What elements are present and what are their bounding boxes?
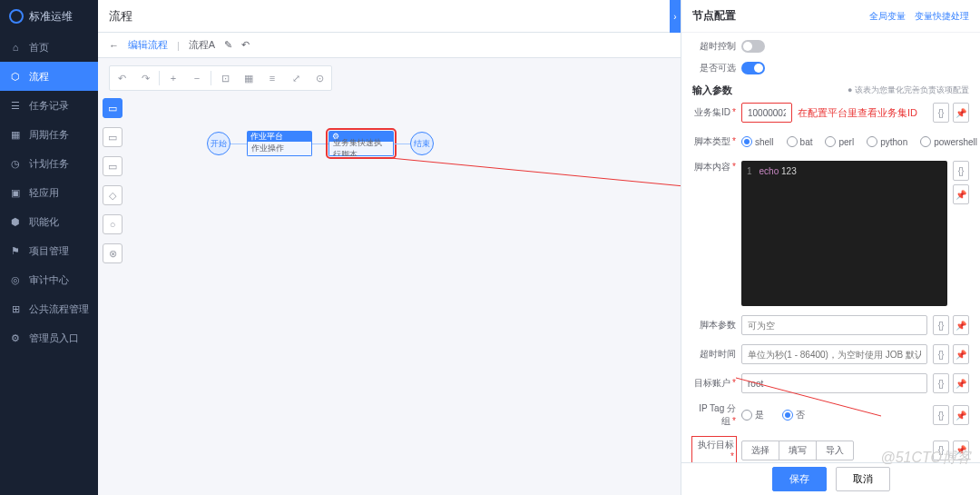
nav-audit[interactable]: ◎审计中心 xyxy=(0,265,98,294)
pin-icon[interactable]: 📌 xyxy=(953,373,969,393)
flow-name: 流程A xyxy=(189,38,215,52)
scripttype-label: 脚本类型 xyxy=(692,135,736,148)
nav-list[interactable]: ☰任务记录 xyxy=(0,91,98,120)
radio-是[interactable]: 是 xyxy=(741,409,764,421)
nav-cal[interactable]: ▦周期任务 xyxy=(0,120,98,149)
panel-title: 节点配置 xyxy=(692,8,736,24)
pin-icon[interactable]: 📌 xyxy=(953,405,969,425)
var-icon[interactable]: {} xyxy=(953,161,969,181)
nav-home[interactable]: ⌂首页 xyxy=(0,33,98,62)
nav-flow[interactable]: ⬡流程 xyxy=(0,62,98,91)
tb-redo-icon[interactable]: ↷ xyxy=(133,66,157,90)
flow-node-2[interactable]: ⚙ 业务集快速执行脚本 xyxy=(328,131,394,156)
app-name: 标准运维 xyxy=(29,9,73,25)
var-icon[interactable]: {} xyxy=(933,373,949,393)
tb-align-icon[interactable]: ≡ xyxy=(260,66,284,90)
cancel-button[interactable]: 取消 xyxy=(836,467,890,491)
tb-more-icon[interactable]: ⊙ xyxy=(308,66,331,90)
optional-toggle[interactable] xyxy=(741,62,765,74)
global-vars-link[interactable]: 全局变量 xyxy=(869,10,906,23)
rail-task-icon[interactable]: ▭ xyxy=(103,98,122,118)
canvas-toolbar: ↶ ↷ + − ⊡ ▦ ≡ ⤢ ⊙ xyxy=(109,65,332,91)
list-icon: ☰ xyxy=(9,99,22,112)
clock-icon: ◷ xyxy=(9,157,22,170)
radio-bat[interactable]: bat xyxy=(787,136,813,147)
nav-admin[interactable]: ⚙管理员入口 xyxy=(0,323,98,352)
flow-node-1[interactable]: 作业平台 作业操作 xyxy=(247,131,312,156)
home-icon: ⌂ xyxy=(9,41,22,54)
radio-否[interactable]: 否 xyxy=(782,409,805,421)
end-node[interactable]: 结束 xyxy=(410,132,434,155)
tb-undo-icon[interactable]: ↶ xyxy=(110,66,133,90)
app-icon: ▣ xyxy=(9,186,22,199)
nav-app[interactable]: ▣轻应用 xyxy=(0,178,98,207)
input-section-title: 输入参数 xyxy=(692,84,732,97)
tb-fit-icon[interactable]: ⊡ xyxy=(213,66,237,90)
pin-icon[interactable]: 📌 xyxy=(953,315,969,335)
chart-icon: ⬢ xyxy=(9,215,22,228)
tb-zoomout-icon[interactable]: − xyxy=(185,66,209,90)
start-node[interactable]: 开始 xyxy=(207,132,230,155)
var-icon[interactable]: {} xyxy=(933,315,949,335)
timeout-label: 超时时间 xyxy=(692,348,736,361)
tb-zoomin-icon[interactable]: + xyxy=(162,66,185,90)
logo-icon xyxy=(9,9,24,24)
rail-par-icon[interactable]: ▭ xyxy=(103,156,122,176)
pin-icon[interactable]: 📌 xyxy=(953,184,969,204)
bizid-input[interactable] xyxy=(741,103,792,123)
tb-layout-icon[interactable]: ▦ xyxy=(237,66,260,90)
rail-branch-icon[interactable]: ◇ xyxy=(103,185,122,205)
pin-icon[interactable]: 📌 xyxy=(953,103,969,123)
rail-sub-icon[interactable]: ▭ xyxy=(103,127,122,147)
target-tab-1[interactable]: 填写 xyxy=(779,441,817,460)
radio-perl[interactable]: perl xyxy=(825,136,854,147)
radio-python[interactable]: python xyxy=(867,136,907,147)
panel-footer: 保存 取消 xyxy=(681,462,980,495)
timeout-label: 超时控制 xyxy=(692,40,736,53)
radio-powershell[interactable]: powershell xyxy=(920,136,977,147)
target-label: 执行目标 xyxy=(692,437,736,463)
breadcrumb-back[interactable]: 编辑流程 xyxy=(128,38,168,52)
rail-converge-icon[interactable]: ○ xyxy=(103,214,122,234)
quick-vars-link[interactable]: 变量快捷处理 xyxy=(915,10,969,23)
iptag-label: IP Tag 分组 xyxy=(692,402,736,428)
radio-shell[interactable]: shell xyxy=(741,136,774,147)
flow-graph: 开始 作业平台 作业操作 ⚙ 业务集快速执行脚本 结束 xyxy=(207,131,434,156)
account-input[interactable] xyxy=(741,373,927,393)
bizid-annotation: 在配置平台里查看业务集ID xyxy=(798,106,917,120)
pin-icon[interactable]: 📌 xyxy=(953,344,969,364)
node-rail: ▭ ▭ ▭ ◇ ○ ⊗ xyxy=(98,98,127,263)
pin-icon[interactable]: 📌 xyxy=(953,441,969,460)
nav-res[interactable]: ⊞公共流程管理 xyxy=(0,294,98,323)
timeout-input[interactable] xyxy=(741,344,927,364)
optional-label: 是否可选 xyxy=(692,62,736,74)
tb-full-icon[interactable]: ⤢ xyxy=(284,66,308,90)
sidebar: 标准运维 ⌂首页⬡流程☰任务记录▦周期任务◷计划任务▣轻应用⬢职能化⚑项目管理◎… xyxy=(0,0,98,495)
app-logo: 标准运维 xyxy=(0,0,98,33)
scriptcontent-label: 脚本内容 xyxy=(692,161,736,173)
back-icon[interactable]: ← xyxy=(109,40,119,51)
config-panel: 节点配置 全局变量 变量快捷处理 超时控制 是否可选 输入参数● 该表为您量化完… xyxy=(681,0,980,495)
flow-icon: ⬡ xyxy=(9,70,22,83)
var-icon[interactable]: {} xyxy=(933,441,949,460)
target-tab-2[interactable]: 导入 xyxy=(817,441,853,460)
proj-icon: ⚑ xyxy=(9,244,22,257)
nav-clock[interactable]: ◷计划任务 xyxy=(0,149,98,178)
timeout-toggle[interactable] xyxy=(741,40,765,53)
audit-icon: ◎ xyxy=(9,273,22,286)
param-input[interactable] xyxy=(741,315,927,335)
var-icon[interactable]: {} xyxy=(933,103,949,123)
edit-icon[interactable]: ✎ xyxy=(224,39,232,51)
nav-chart[interactable]: ⬢职能化 xyxy=(0,207,98,236)
var-icon[interactable]: {} xyxy=(933,405,949,425)
target-tab-0[interactable]: 选择 xyxy=(742,441,779,460)
panel-collapse-icon[interactable]: › xyxy=(670,0,681,33)
bizid-label: 业务集ID xyxy=(692,106,736,119)
save-button[interactable]: 保存 xyxy=(772,467,827,491)
admin-icon: ⚙ xyxy=(9,332,22,344)
var-icon[interactable]: {} xyxy=(933,344,949,364)
nav-proj[interactable]: ⚑项目管理 xyxy=(0,236,98,265)
rail-cond-icon[interactable]: ⊗ xyxy=(103,243,122,263)
code-editor[interactable]: 1 echo 123 xyxy=(741,161,947,306)
undo-icon[interactable]: ↶ xyxy=(241,39,250,51)
